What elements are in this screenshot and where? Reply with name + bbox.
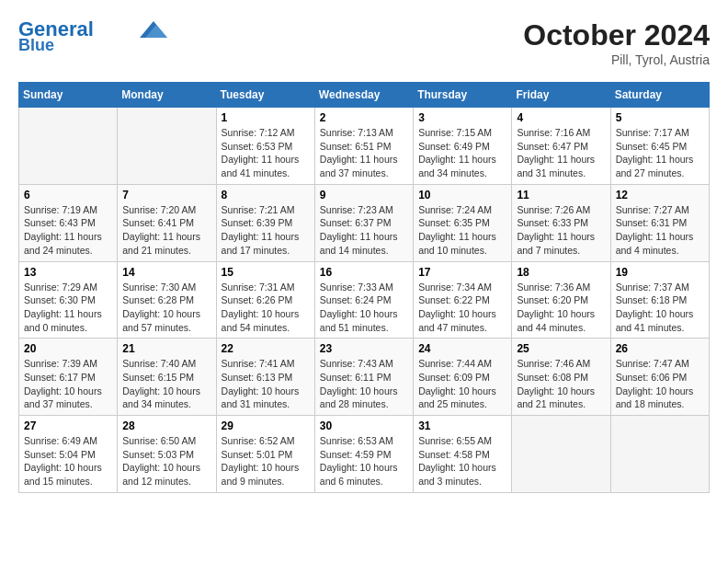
calendar-cell: 7Sunrise: 7:20 AM Sunset: 6:41 PM Daylig… [118, 184, 216, 261]
day-detail: Sunrise: 7:40 AM Sunset: 6:15 PM Dayligh… [122, 357, 210, 411]
title-area: October 2024 Pill, Tyrol, Austria [523, 18, 710, 67]
calendar-cell: 23Sunrise: 7:43 AM Sunset: 6:11 PM Dayli… [314, 339, 413, 416]
day-number: 21 [122, 342, 210, 355]
weekday-header-row: SundayMondayTuesdayWednesdayThursdayFrid… [19, 83, 710, 108]
day-number: 9 [320, 189, 408, 201]
day-number: 24 [418, 342, 506, 355]
day-number: 27 [24, 419, 112, 432]
calendar-cell: 9Sunrise: 7:23 AM Sunset: 6:37 PM Daylig… [314, 184, 413, 261]
weekday-header-saturday: Saturday [610, 83, 709, 108]
day-detail: Sunrise: 7:20 AM Sunset: 6:41 PM Dayligh… [122, 203, 210, 258]
calendar-cell: 15Sunrise: 7:31 AM Sunset: 6:26 PM Dayli… [216, 261, 314, 339]
calendar-cell [19, 108, 118, 185]
day-number: 28 [122, 419, 210, 432]
day-number: 8 [222, 189, 310, 201]
day-number: 13 [24, 266, 112, 279]
page-header: General Blue October 2024 Pill, Tyrol, A… [18, 18, 710, 67]
day-detail: Sunrise: 7:47 AM Sunset: 6:06 PM Dayligh… [616, 357, 704, 411]
day-number: 2 [320, 111, 408, 124]
day-number: 17 [418, 266, 506, 279]
calendar-cell [610, 416, 709, 493]
calendar-cell: 27Sunrise: 6:49 AM Sunset: 5:04 PM Dayli… [19, 416, 118, 493]
calendar-cell: 2Sunrise: 7:13 AM Sunset: 6:51 PM Daylig… [314, 108, 413, 185]
day-number: 25 [517, 342, 605, 355]
day-detail: Sunrise: 7:23 AM Sunset: 6:37 PM Dayligh… [320, 203, 408, 258]
day-detail: Sunrise: 7:36 AM Sunset: 6:20 PM Dayligh… [517, 281, 605, 335]
calendar-cell: 4Sunrise: 7:16 AM Sunset: 6:47 PM Daylig… [512, 108, 610, 185]
calendar-cell [118, 108, 216, 185]
day-number: 20 [24, 342, 112, 355]
calendar-cell: 31Sunrise: 6:55 AM Sunset: 4:58 PM Dayli… [414, 416, 512, 493]
calendar-cell: 1Sunrise: 7:12 AM Sunset: 6:53 PM Daylig… [216, 108, 314, 185]
calendar-cell: 25Sunrise: 7:46 AM Sunset: 6:08 PM Dayli… [512, 339, 610, 416]
day-detail: Sunrise: 7:13 AM Sunset: 6:51 PM Dayligh… [320, 126, 408, 180]
day-number: 5 [616, 111, 704, 124]
month-title: October 2024 [523, 18, 710, 52]
calendar-cell: 12Sunrise: 7:27 AM Sunset: 6:31 PM Dayli… [610, 184, 709, 261]
calendar-cell: 18Sunrise: 7:36 AM Sunset: 6:20 PM Dayli… [512, 261, 610, 339]
calendar-cell: 20Sunrise: 7:39 AM Sunset: 6:17 PM Dayli… [19, 339, 118, 416]
day-number: 4 [517, 111, 605, 124]
day-number: 14 [122, 266, 210, 279]
week-row-3: 13Sunrise: 7:29 AM Sunset: 6:30 PM Dayli… [19, 261, 710, 339]
day-detail: Sunrise: 6:55 AM Sunset: 4:58 PM Dayligh… [418, 434, 506, 488]
calendar-cell: 3Sunrise: 7:15 AM Sunset: 6:49 PM Daylig… [414, 108, 512, 185]
calendar-cell: 28Sunrise: 6:50 AM Sunset: 5:03 PM Dayli… [118, 416, 216, 493]
day-detail: Sunrise: 7:12 AM Sunset: 6:53 PM Dayligh… [222, 126, 310, 180]
logo-blue-text: Blue [18, 37, 54, 55]
calendar-cell: 16Sunrise: 7:33 AM Sunset: 6:24 PM Dayli… [314, 261, 413, 339]
calendar-cell: 29Sunrise: 6:52 AM Sunset: 5:01 PM Dayli… [216, 416, 314, 493]
day-number: 7 [122, 189, 210, 201]
calendar-cell: 5Sunrise: 7:17 AM Sunset: 6:45 PM Daylig… [610, 108, 709, 185]
calendar-cell: 19Sunrise: 7:37 AM Sunset: 6:18 PM Dayli… [610, 261, 709, 339]
calendar-cell: 10Sunrise: 7:24 AM Sunset: 6:35 PM Dayli… [414, 184, 512, 261]
calendar-cell: 11Sunrise: 7:26 AM Sunset: 6:33 PM Dayli… [512, 184, 610, 261]
day-detail: Sunrise: 7:33 AM Sunset: 6:24 PM Dayligh… [320, 281, 408, 335]
day-detail: Sunrise: 7:27 AM Sunset: 6:31 PM Dayligh… [616, 203, 704, 258]
calendar-cell [512, 416, 610, 493]
day-number: 26 [616, 342, 704, 355]
day-number: 19 [616, 266, 704, 279]
day-detail: Sunrise: 7:43 AM Sunset: 6:11 PM Dayligh… [320, 357, 408, 411]
week-row-2: 6Sunrise: 7:19 AM Sunset: 6:43 PM Daylig… [19, 184, 710, 261]
day-detail: Sunrise: 7:17 AM Sunset: 6:45 PM Dayligh… [616, 126, 704, 180]
day-detail: Sunrise: 7:30 AM Sunset: 6:28 PM Dayligh… [122, 281, 210, 335]
day-number: 1 [222, 111, 310, 124]
day-number: 16 [320, 266, 408, 279]
calendar-cell: 22Sunrise: 7:41 AM Sunset: 6:13 PM Dayli… [216, 339, 314, 416]
day-number: 29 [222, 419, 310, 432]
logo-icon [140, 21, 167, 38]
calendar-cell: 13Sunrise: 7:29 AM Sunset: 6:30 PM Dayli… [19, 261, 118, 339]
calendar-cell: 26Sunrise: 7:47 AM Sunset: 6:06 PM Dayli… [610, 339, 709, 416]
day-number: 3 [418, 111, 506, 124]
day-number: 11 [517, 189, 605, 201]
day-number: 23 [320, 342, 408, 355]
day-number: 31 [418, 419, 506, 432]
day-number: 22 [222, 342, 310, 355]
day-detail: Sunrise: 7:29 AM Sunset: 6:30 PM Dayligh… [24, 281, 112, 335]
day-detail: Sunrise: 7:21 AM Sunset: 6:39 PM Dayligh… [222, 203, 310, 258]
calendar-cell: 30Sunrise: 6:53 AM Sunset: 4:59 PM Dayli… [314, 416, 413, 493]
day-detail: Sunrise: 7:26 AM Sunset: 6:33 PM Dayligh… [517, 203, 605, 258]
week-row-1: 1Sunrise: 7:12 AM Sunset: 6:53 PM Daylig… [19, 108, 710, 185]
calendar-cell: 6Sunrise: 7:19 AM Sunset: 6:43 PM Daylig… [19, 184, 118, 261]
location: Pill, Tyrol, Austria [523, 52, 710, 67]
weekday-header-wednesday: Wednesday [314, 83, 413, 108]
day-detail: Sunrise: 7:34 AM Sunset: 6:22 PM Dayligh… [418, 281, 506, 335]
day-detail: Sunrise: 7:46 AM Sunset: 6:08 PM Dayligh… [517, 357, 605, 411]
day-number: 15 [222, 266, 310, 279]
weekday-header-sunday: Sunday [19, 83, 118, 108]
day-number: 18 [517, 266, 605, 279]
calendar-cell: 14Sunrise: 7:30 AM Sunset: 6:28 PM Dayli… [118, 261, 216, 339]
day-detail: Sunrise: 7:24 AM Sunset: 6:35 PM Dayligh… [418, 203, 506, 258]
day-detail: Sunrise: 6:50 AM Sunset: 5:03 PM Dayligh… [122, 434, 210, 488]
calendar-table: SundayMondayTuesdayWednesdayThursdayFrid… [18, 82, 710, 493]
week-row-4: 20Sunrise: 7:39 AM Sunset: 6:17 PM Dayli… [19, 339, 710, 416]
day-detail: Sunrise: 7:37 AM Sunset: 6:18 PM Dayligh… [616, 281, 704, 335]
day-number: 30 [320, 419, 408, 432]
day-number: 6 [24, 189, 112, 201]
calendar-cell: 21Sunrise: 7:40 AM Sunset: 6:15 PM Dayli… [118, 339, 216, 416]
day-detail: Sunrise: 7:31 AM Sunset: 6:26 PM Dayligh… [222, 281, 310, 335]
weekday-header-tuesday: Tuesday [216, 83, 314, 108]
week-row-5: 27Sunrise: 6:49 AM Sunset: 5:04 PM Dayli… [19, 416, 710, 493]
